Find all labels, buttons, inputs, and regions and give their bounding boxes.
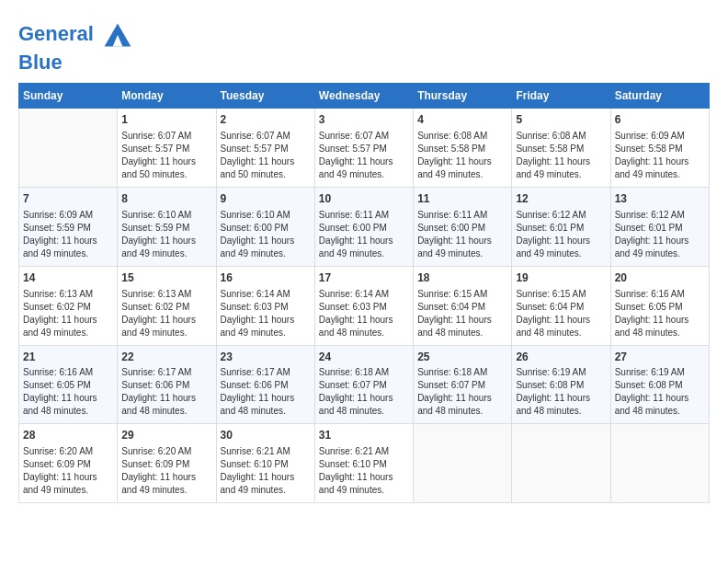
day-number: 29 xyxy=(121,428,211,443)
calendar-cell: 17 Sunrise: 6:14 AM Sunset: 6:03 PM Dayl… xyxy=(314,266,413,345)
day-number: 25 xyxy=(417,350,507,365)
calendar-cell: 31 Sunrise: 6:21 AM Sunset: 6:10 PM Dayl… xyxy=(314,424,413,503)
day-info: Sunrise: 6:14 AM Sunset: 6:03 PM Dayligh… xyxy=(221,288,311,339)
day-number: 11 xyxy=(417,191,507,207)
calendar-week-5: 28 Sunrise: 6:20 AM Sunset: 6:09 PM Dayl… xyxy=(19,424,710,503)
day-number: 21 xyxy=(23,350,113,365)
calendar-cell: 1 Sunrise: 6:07 AM Sunset: 5:57 PM Dayli… xyxy=(118,109,216,188)
calendar-cell: 10 Sunrise: 6:11 AM Sunset: 6:00 PM Dayl… xyxy=(314,187,413,266)
day-number: 8 xyxy=(121,191,211,207)
day-number: 20 xyxy=(615,270,705,286)
calendar-cell: 15 Sunrise: 6:13 AM Sunset: 6:02 PM Dayl… xyxy=(118,266,216,345)
calendar-table: SundayMondayTuesdayWednesdayThursdayFrid… xyxy=(18,83,710,503)
calendar-cell: 18 Sunrise: 6:15 AM Sunset: 6:04 PM Dayl… xyxy=(414,266,512,345)
weekday-header-sunday: Sunday xyxy=(19,84,118,109)
calendar-week-2: 7 Sunrise: 6:09 AM Sunset: 5:59 PM Dayli… xyxy=(19,187,710,266)
day-number: 3 xyxy=(319,112,409,128)
weekday-header-saturday: Saturday xyxy=(610,84,709,109)
calendar-cell: 5 Sunrise: 6:08 AM Sunset: 5:58 PM Dayli… xyxy=(512,109,610,188)
day-info: Sunrise: 6:08 AM Sunset: 5:58 PM Dayligh… xyxy=(417,130,507,181)
day-info: Sunrise: 6:19 AM Sunset: 6:08 PM Dayligh… xyxy=(615,366,705,418)
calendar-header-row: SundayMondayTuesdayWednesdayThursdayFrid… xyxy=(19,84,710,109)
day-number: 2 xyxy=(221,112,311,128)
day-info: Sunrise: 6:08 AM Sunset: 5:58 PM Dayligh… xyxy=(516,130,606,181)
day-info: Sunrise: 6:15 AM Sunset: 6:04 PM Dayligh… xyxy=(417,288,507,339)
weekday-header-thursday: Thursday xyxy=(414,84,512,109)
calendar-cell: 26 Sunrise: 6:19 AM Sunset: 6:08 PM Dayl… xyxy=(512,345,610,424)
day-info: Sunrise: 6:09 AM Sunset: 5:58 PM Dayligh… xyxy=(615,130,705,181)
day-info: Sunrise: 6:18 AM Sunset: 6:07 PM Dayligh… xyxy=(417,366,507,418)
calendar-cell: 8 Sunrise: 6:10 AM Sunset: 5:59 PM Dayli… xyxy=(118,187,216,266)
day-info: Sunrise: 6:11 AM Sunset: 6:00 PM Dayligh… xyxy=(319,209,409,260)
logo-text: General Blue xyxy=(18,18,134,74)
calendar-cell xyxy=(512,424,610,503)
calendar-cell: 16 Sunrise: 6:14 AM Sunset: 6:03 PM Dayl… xyxy=(216,266,314,345)
calendar-cell xyxy=(19,109,118,188)
calendar-cell: 6 Sunrise: 6:09 AM Sunset: 5:58 PM Dayli… xyxy=(610,109,709,188)
day-number: 15 xyxy=(121,270,211,286)
logo-icon xyxy=(101,18,134,52)
day-number: 4 xyxy=(417,112,507,128)
calendar-cell: 3 Sunrise: 6:07 AM Sunset: 5:57 PM Dayli… xyxy=(314,109,413,188)
calendar-week-1: 1 Sunrise: 6:07 AM Sunset: 5:57 PM Dayli… xyxy=(19,109,710,188)
day-number: 19 xyxy=(516,270,606,286)
calendar-cell xyxy=(414,424,512,503)
day-number: 22 xyxy=(121,350,211,365)
day-info: Sunrise: 6:17 AM Sunset: 6:06 PM Dayligh… xyxy=(221,366,311,418)
calendar-cell: 24 Sunrise: 6:18 AM Sunset: 6:07 PM Dayl… xyxy=(314,345,413,424)
day-info: Sunrise: 6:18 AM Sunset: 6:07 PM Dayligh… xyxy=(319,366,409,418)
day-number: 14 xyxy=(23,270,113,286)
day-number: 31 xyxy=(319,428,409,443)
day-number: 23 xyxy=(221,350,311,365)
day-info: Sunrise: 6:15 AM Sunset: 6:04 PM Dayligh… xyxy=(516,288,606,339)
day-info: Sunrise: 6:10 AM Sunset: 5:59 PM Dayligh… xyxy=(121,209,211,260)
day-number: 17 xyxy=(319,270,409,286)
calendar-cell: 2 Sunrise: 6:07 AM Sunset: 5:57 PM Dayli… xyxy=(216,109,314,188)
day-number: 1 xyxy=(121,112,211,128)
day-info: Sunrise: 6:19 AM Sunset: 6:08 PM Dayligh… xyxy=(516,366,606,418)
day-info: Sunrise: 6:20 AM Sunset: 6:09 PM Dayligh… xyxy=(23,445,113,497)
day-number: 27 xyxy=(615,350,705,365)
day-number: 9 xyxy=(221,191,311,207)
calendar-cell: 27 Sunrise: 6:19 AM Sunset: 6:08 PM Dayl… xyxy=(610,345,709,424)
day-number: 18 xyxy=(417,270,507,286)
calendar-cell: 9 Sunrise: 6:10 AM Sunset: 6:00 PM Dayli… xyxy=(216,187,314,266)
day-info: Sunrise: 6:11 AM Sunset: 6:00 PM Dayligh… xyxy=(417,209,507,260)
day-info: Sunrise: 6:17 AM Sunset: 6:06 PM Dayligh… xyxy=(121,366,211,418)
day-number: 6 xyxy=(615,112,705,128)
calendar-cell: 29 Sunrise: 6:20 AM Sunset: 6:09 PM Dayl… xyxy=(118,424,216,503)
calendar-cell: 25 Sunrise: 6:18 AM Sunset: 6:07 PM Dayl… xyxy=(414,345,512,424)
day-info: Sunrise: 6:16 AM Sunset: 6:05 PM Dayligh… xyxy=(615,288,705,339)
day-number: 10 xyxy=(319,191,409,207)
calendar-cell: 20 Sunrise: 6:16 AM Sunset: 6:05 PM Dayl… xyxy=(610,266,709,345)
calendar-cell: 7 Sunrise: 6:09 AM Sunset: 5:59 PM Dayli… xyxy=(19,187,118,266)
weekday-header-monday: Monday xyxy=(118,84,216,109)
day-info: Sunrise: 6:20 AM Sunset: 6:09 PM Dayligh… xyxy=(121,445,211,497)
day-info: Sunrise: 6:12 AM Sunset: 6:01 PM Dayligh… xyxy=(516,209,606,260)
day-info: Sunrise: 6:09 AM Sunset: 5:59 PM Dayligh… xyxy=(23,209,113,260)
day-number: 5 xyxy=(516,112,606,128)
day-number: 24 xyxy=(319,350,409,365)
day-number: 16 xyxy=(221,270,311,286)
calendar-cell: 19 Sunrise: 6:15 AM Sunset: 6:04 PM Dayl… xyxy=(512,266,610,345)
day-info: Sunrise: 6:14 AM Sunset: 6:03 PM Dayligh… xyxy=(319,288,409,339)
day-number: 12 xyxy=(516,191,606,207)
calendar-cell: 30 Sunrise: 6:21 AM Sunset: 6:10 PM Dayl… xyxy=(216,424,314,503)
calendar-cell xyxy=(610,424,709,503)
day-number: 28 xyxy=(23,428,113,443)
day-info: Sunrise: 6:13 AM Sunset: 6:02 PM Dayligh… xyxy=(121,288,211,339)
calendar-cell: 4 Sunrise: 6:08 AM Sunset: 5:58 PM Dayli… xyxy=(414,109,512,188)
day-info: Sunrise: 6:07 AM Sunset: 5:57 PM Dayligh… xyxy=(121,130,211,181)
calendar-cell: 22 Sunrise: 6:17 AM Sunset: 6:06 PM Dayl… xyxy=(118,345,216,424)
day-info: Sunrise: 6:21 AM Sunset: 6:10 PM Dayligh… xyxy=(221,445,311,497)
calendar-cell: 13 Sunrise: 6:12 AM Sunset: 6:01 PM Dayl… xyxy=(610,187,709,266)
calendar-body: 1 Sunrise: 6:07 AM Sunset: 5:57 PM Dayli… xyxy=(19,109,710,503)
calendar-cell: 12 Sunrise: 6:12 AM Sunset: 6:01 PM Dayl… xyxy=(512,187,610,266)
calendar-week-4: 21 Sunrise: 6:16 AM Sunset: 6:05 PM Dayl… xyxy=(19,345,710,424)
day-info: Sunrise: 6:07 AM Sunset: 5:57 PM Dayligh… xyxy=(221,130,311,181)
calendar-cell: 21 Sunrise: 6:16 AM Sunset: 6:05 PM Dayl… xyxy=(19,345,118,424)
calendar-week-3: 14 Sunrise: 6:13 AM Sunset: 6:02 PM Dayl… xyxy=(19,266,710,345)
calendar-cell: 11 Sunrise: 6:11 AM Sunset: 6:00 PM Dayl… xyxy=(414,187,512,266)
weekday-header-friday: Friday xyxy=(512,84,610,109)
weekday-header-wednesday: Wednesday xyxy=(314,84,413,109)
